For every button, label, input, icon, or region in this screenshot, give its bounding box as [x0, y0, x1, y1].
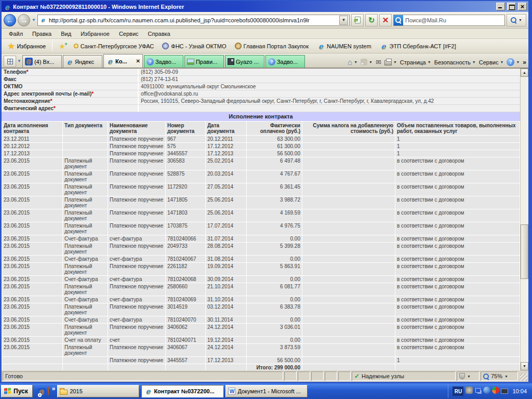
tray-gear-icon[interactable] — [466, 387, 473, 396]
refresh-button[interactable]: ↻ — [365, 14, 378, 26]
home-button[interactable]: ⌂▼ — [348, 59, 357, 65]
language-indicator[interactable]: RU — [453, 387, 463, 396]
resize-grip[interactable] — [520, 374, 527, 381]
tab[interactable]: eКо...✕ — [103, 54, 143, 68]
table-cell — [302, 276, 395, 283]
search-input[interactable]: Поиск@Mail.Ru — [393, 15, 505, 26]
safety-menu-button[interactable]: Безопасность▼ — [434, 59, 476, 65]
toolbar-overflow-chevron[interactable]: » — [523, 59, 526, 66]
taskbar-button[interactable]: 2015 — [57, 385, 139, 397]
print-button[interactable]: ▼ — [384, 59, 397, 65]
favorites-link[interactable]: eNAUMEN system — [315, 41, 374, 51]
tab[interactable]: Gyazo ... — [225, 55, 264, 68]
feeds-button[interactable]: ▼ — [361, 59, 373, 65]
tools-menu-button[interactable]: Сервис▼ — [479, 59, 504, 65]
table-cell: 4 767.67 — [247, 170, 302, 183]
quick-tabs-button[interactable] — [4, 56, 16, 67]
table-cell: счет — [108, 337, 165, 343]
search-button[interactable]: ▼ — [507, 14, 526, 26]
favorites-button[interactable]: ★ Избранное — [5, 42, 49, 51]
favorites-link[interactable]: ФНС - Узнай ОКТМО — [160, 42, 228, 50]
tab[interactable]: @(4) Вх... — [22, 55, 62, 68]
minimize-button[interactable] — [496, 3, 505, 10]
tray-network-icon[interactable] — [474, 387, 482, 396]
column-header: Сумма налога на добавленную стоимость (р… — [302, 122, 395, 135]
favorites-link[interactable]: Главная Портал Закупок — [233, 42, 311, 50]
scrollbar-thumb[interactable] — [521, 224, 528, 279]
quick-launch-firefox-icon[interactable] — [48, 387, 49, 396]
menu-item[interactable]: Избранное — [76, 30, 114, 38]
tab[interactable]: ?Задво... — [265, 55, 305, 68]
table-cell: 23.06.2015 — [2, 170, 62, 183]
tab-bar: ▼ @(4) Вх...eЯндексeКо...✕?Задво...Прави… — [2, 54, 528, 68]
table-cell: 17.12.2013 — [206, 357, 246, 364]
form-row: Местонахождение*Россия, 191015, Северо-З… — [2, 98, 520, 105]
tab-list-dropdown[interactable]: ▼ — [17, 59, 21, 63]
execution-table: Дата исполнения контрактаТип документаНа… — [2, 121, 520, 370]
tab-close-icon[interactable]: ✕ — [136, 58, 140, 64]
scroll-down-button[interactable]: ▼ — [521, 362, 528, 370]
tab[interactable]: eЯндекс — [63, 55, 102, 68]
table-cell: 1471805 — [166, 196, 205, 209]
start-button[interactable]: Пуск — [1, 385, 33, 397]
address-bar[interactable]: e http://portal.gz-spb.ru/fx/ccam/ru.nau… — [37, 15, 350, 26]
table-cell: в соответствии с договором — [395, 263, 520, 275]
back-button[interactable]: ← — [4, 14, 16, 26]
table-cell: 23.06.2015 — [2, 344, 62, 356]
table-cell: в соответствии с договором — [395, 256, 520, 262]
help-button[interactable]: ?▼ — [507, 58, 520, 66]
zoom-control[interactable]: 75%▼ — [481, 371, 518, 381]
status-pane — [325, 371, 337, 381]
menu-item[interactable]: Сервис — [115, 30, 143, 38]
scroll-up-button[interactable]: ▲ — [521, 69, 528, 77]
address-dropdown[interactable]: ▼ — [339, 16, 348, 25]
favorites-bar: ★ Избранное ★ Санкт-Петербургское УФАСФН… — [2, 39, 528, 54]
taskbar-button[interactable]: WДокумент1 - Microsoft ... — [225, 385, 308, 397]
tab[interactable]: Прави... — [184, 55, 224, 68]
compatibility-button[interactable] — [351, 14, 364, 26]
menu-item[interactable]: Файл — [5, 30, 27, 38]
tray-globe-icon[interactable] — [483, 387, 490, 396]
menu-item[interactable]: Справка — [144, 30, 175, 38]
table-cell: 23.06.2015 — [2, 296, 62, 303]
address-url: http://portal.gz-spb.ru/fx/ccam/ru.naume… — [49, 17, 337, 23]
table-cell: 7810240068 — [166, 276, 205, 283]
stop-button[interactable]: ✕ — [379, 14, 392, 26]
close-button[interactable] — [518, 3, 527, 10]
recent-pages-dropdown[interactable]: ▼ — [32, 18, 36, 22]
favorites-link[interactable]: Санкт-Петербургское УФАС — [72, 42, 156, 50]
column-header: Тип документа — [63, 122, 108, 135]
table-cell: 7810240071 — [166, 337, 205, 343]
menu-item[interactable]: Правка — [28, 30, 56, 38]
eagle-emblem-icon — [235, 43, 242, 49]
table-cell: 1471803 — [166, 209, 205, 222]
forward-button[interactable]: → — [18, 14, 30, 26]
table-cell: 23.06.2015 — [2, 243, 62, 255]
ie-icon: e — [317, 42, 325, 50]
maximize-button[interactable] — [507, 3, 516, 10]
picture-icon — [187, 59, 194, 65]
tray-display-icon[interactable] — [501, 387, 508, 396]
tray-antivirus-icon[interactable] — [492, 387, 499, 396]
table-cell: 3 873.59 — [247, 344, 302, 356]
menu-item[interactable]: Вид — [57, 30, 75, 38]
browser-window: e Контракт №0372200092811000010 - Window… — [0, 0, 532, 383]
table-cell — [302, 183, 395, 196]
quick-launch-overflow-chevron[interactable]: » — [52, 385, 56, 392]
add-favorite-button[interactable]: ★ — [56, 42, 69, 51]
read-mail-button[interactable]: ✉ — [376, 58, 381, 66]
form-label: Местонахождение* — [2, 98, 139, 105]
tab[interactable]: ?Задво... — [144, 55, 183, 68]
table-cell: 6 081.77 — [247, 283, 302, 296]
page-menu-button[interactable]: Страница▼ — [400, 59, 431, 65]
protected-mode-pane[interactable]: ▼ — [457, 371, 480, 381]
status-bar: Готово ✓ Надежные узлы ▼ 75%▼ — [2, 370, 528, 382]
column-header: Наименование документа — [108, 122, 165, 135]
favorites-link[interactable]: eЭТП Сбербанк-АСТ [#F2] — [378, 41, 458, 51]
vertical-scrollbar[interactable]: ▲ ▼ — [520, 69, 528, 370]
required-asterisk: * — [26, 69, 29, 75]
table-cell: 0.00 — [247, 276, 302, 283]
table-cell: в соответствии с договором — [395, 337, 520, 343]
shield-icon — [459, 373, 465, 379]
taskbar-button[interactable]: eКонтракт №0372200... — [141, 385, 223, 397]
